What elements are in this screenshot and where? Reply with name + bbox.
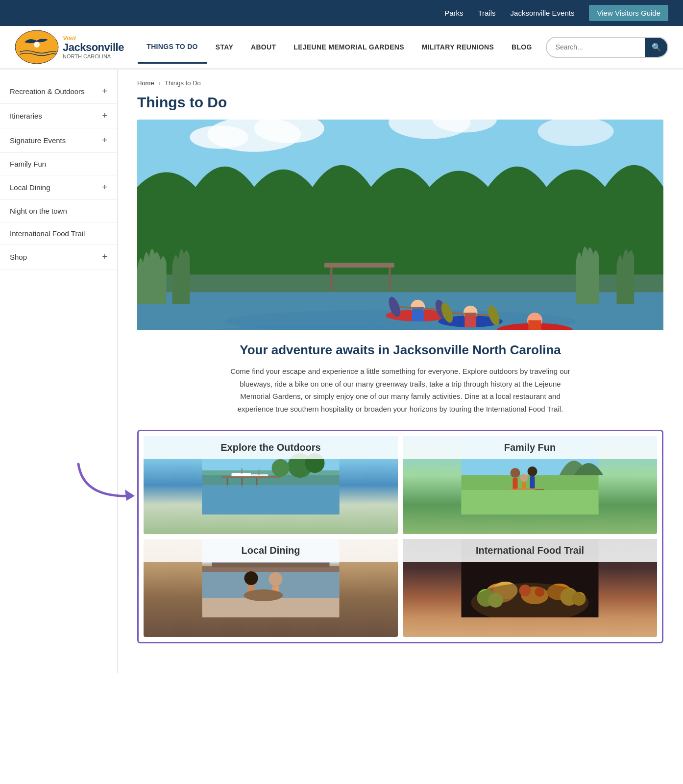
nav-lejeune[interactable]: LEJEUNE MEMORIAL GARDENS [285, 31, 413, 63]
svg-point-53 [511, 468, 520, 478]
topbar-link-guide[interactable]: View Visitors Guide [589, 5, 668, 21]
breadcrumb-current: Things to Do [165, 79, 201, 87]
svg-rect-32 [528, 320, 541, 330]
sidebar-item-recreation[interactable]: Recreation & Outdoors + [0, 79, 117, 104]
page-title: Things to Do [137, 94, 663, 111]
sidebar-item-signature-events[interactable]: Signature Events + [0, 128, 117, 153]
card-label-outdoor: Explore the Outdoors [144, 436, 398, 459]
svg-rect-15 [324, 263, 394, 268]
logo[interactable]: Visit Jacksonville NORTH CAROLINA [15, 26, 123, 68]
logo-text: Visit Jacksonville NORTH CAROLINA [63, 35, 124, 60]
sidebar-item-label: Shop [10, 253, 27, 261]
svg-rect-42 [259, 469, 260, 475]
toggle-icon: + [102, 135, 107, 146]
svg-marker-35 [125, 490, 135, 501]
svg-point-2 [34, 42, 40, 48]
search-icon: 🔍 [652, 43, 661, 51]
search-button[interactable]: 🔍 [645, 38, 668, 57]
nav-about[interactable]: ABOUT [242, 31, 285, 63]
cards-wrapper: Explore the Outdoors [137, 430, 663, 643]
sidebar-item-local-dining[interactable]: Local Dining + [0, 175, 117, 200]
sidebar-item-label: Recreation & Outdoors [10, 87, 85, 96]
sidebar-item-shop[interactable]: Shop + [0, 245, 117, 270]
svg-point-57 [520, 474, 528, 482]
topbar-link-events[interactable]: Jacksonville Events [511, 9, 575, 17]
logo-visit: Visit [63, 35, 124, 42]
sidebar-item-label: Night on the town [10, 207, 67, 215]
card-dining[interactable]: Local Dining [144, 539, 398, 637]
page-description: Come find your escape and experience a l… [229, 365, 572, 415]
card-outdoor[interactable]: Explore the Outdoors [144, 436, 398, 534]
top-bar: Parks Trails Jacksonville Events View Vi… [0, 0, 683, 26]
toggle-icon: + [102, 86, 107, 97]
svg-rect-17 [389, 268, 391, 291]
logo-city: Jacksonville [63, 42, 124, 53]
card-family[interactable]: Family Fun [403, 436, 657, 534]
svg-point-67 [269, 572, 283, 586]
sidebar-item-international-food[interactable]: International Food Trail [0, 222, 117, 245]
breadcrumb-separator: › [158, 79, 160, 87]
hero-image [137, 120, 663, 330]
page-layout: Recreation & Outdoors + Itineraries + Si… [0, 70, 683, 673]
sidebar: Recreation & Outdoors + Itineraries + Si… [0, 70, 118, 673]
cards-grid: Explore the Outdoors [137, 430, 663, 643]
svg-rect-16 [330, 268, 333, 291]
search-input[interactable] [547, 38, 645, 56]
svg-point-55 [528, 466, 537, 476]
svg-rect-56 [530, 476, 535, 489]
nav-blog[interactable]: BLOG [503, 31, 541, 63]
svg-rect-71 [212, 563, 330, 567]
breadcrumb: Home › Things to Do [137, 79, 663, 87]
nav-military[interactable]: MILITARY REUNIONS [413, 31, 503, 63]
svg-rect-54 [513, 478, 518, 490]
svg-point-6 [190, 125, 248, 149]
sidebar-item-label: International Food Trail [10, 229, 85, 238]
topbar-link-parks[interactable]: Parks [444, 9, 463, 17]
main-header: Visit Jacksonville NORTH CAROLINA THINGS… [0, 26, 683, 70]
nav-things-to-do[interactable]: THINGS TO DO [138, 31, 206, 64]
sidebar-item-label: Family Fun [10, 160, 46, 168]
card-label-family: Family Fun [403, 436, 657, 459]
sidebar-item-family-fun[interactable]: Family Fun [0, 153, 117, 175]
card-label-food-trail: International Food Trail [403, 539, 657, 562]
sidebar-item-itineraries[interactable]: Itineraries + [0, 104, 117, 128]
arrow-indicator [73, 459, 142, 505]
svg-point-69 [244, 589, 283, 601]
nav-stay[interactable]: STAY [207, 31, 242, 63]
toggle-icon: + [102, 252, 107, 262]
card-food-trail[interactable]: International Food Trail [403, 539, 657, 637]
svg-rect-43 [222, 476, 281, 478]
sidebar-item-label: Local Dining [10, 183, 50, 192]
sidebar-item-label: Itineraries [10, 112, 42, 120]
svg-rect-61 [462, 490, 599, 514]
sidebar-item-night-on-town[interactable]: Night on the town [0, 200, 117, 222]
svg-point-49 [272, 459, 290, 477]
breadcrumb-home[interactable]: Home [137, 79, 154, 87]
topbar-link-trails[interactable]: Trails [478, 9, 495, 17]
toggle-icon: + [102, 182, 107, 193]
toggle-icon: + [102, 111, 107, 121]
adventure-heading: Your adventure awaits in Jacksonville No… [137, 343, 663, 358]
main-content: Home › Things to Do Things to Do [118, 70, 683, 673]
main-nav: THINGS TO DO STAY ABOUT LEJEUNE MEMORIAL… [138, 31, 540, 64]
svg-rect-50 [202, 485, 340, 514]
logo-state: NORTH CAROLINA [63, 53, 124, 59]
search-area[interactable]: 🔍 [546, 37, 668, 58]
sidebar-item-label: Signature Events [10, 136, 66, 145]
svg-point-65 [244, 571, 258, 585]
card-label-dining: Local Dining [144, 539, 398, 562]
svg-rect-40 [242, 468, 243, 474]
